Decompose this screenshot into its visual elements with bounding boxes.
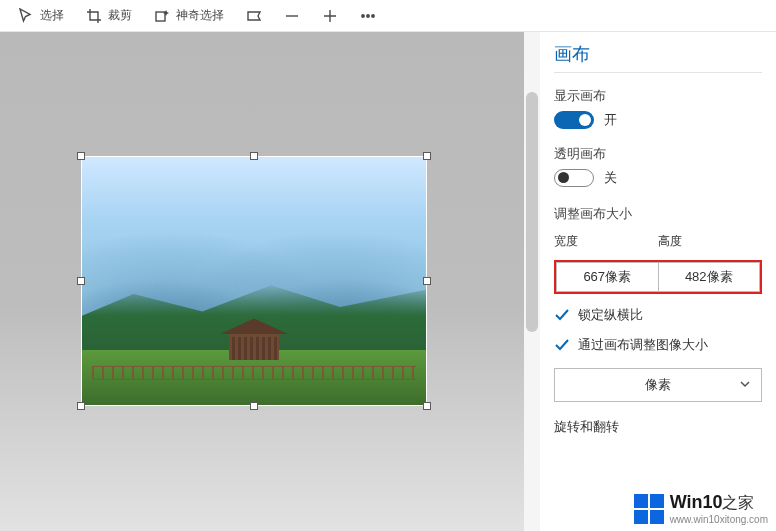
panel-title: 画布 [554,42,762,73]
minus-icon [284,8,300,24]
main-area: 画布 显示画布 开 透明画布 关 调整画布大小 宽度 高度 667像素 482像… [0,32,776,531]
canvas-scrollbar[interactable] [524,32,540,531]
resize-handle-top[interactable] [250,152,258,160]
select-label: 选择 [40,7,64,24]
watermark: Win10之家 www.win10xitong.com [634,492,768,525]
width-input[interactable]: 667像素 [556,262,659,292]
check-icon [554,307,570,323]
chevron-down-icon [739,378,751,393]
resize-handle-bottom[interactable] [250,402,258,410]
transparent-canvas-label: 透明画布 [554,145,762,163]
canvas-image [82,157,426,405]
resize-handle-right[interactable] [423,277,431,285]
show-canvas-toggle[interactable] [554,111,594,129]
svg-rect-0 [156,12,165,21]
canvas-panel: 画布 显示画布 开 透明画布 关 调整画布大小 宽度 高度 667像素 482像… [540,32,776,531]
unit-select[interactable]: 像素 [554,368,762,402]
toolbar: 选择 裁剪 神奇选择 [0,0,776,32]
magic-select-label: 神奇选择 [176,7,224,24]
select-tool[interactable]: 选择 [8,5,74,26]
show-canvas-state: 开 [604,111,617,129]
height-input[interactable]: 482像素 [659,262,761,292]
transparent-canvas-toggle[interactable] [554,169,594,187]
lock-aspect-label: 锁定纵横比 [578,306,643,324]
crop-icon [86,8,102,24]
lock-aspect-checkbox[interactable]: 锁定纵横比 [554,306,762,324]
rotate-flip-label: 旋转和翻转 [554,418,762,436]
show-canvas-label: 显示画布 [554,87,762,105]
scrollbar-thumb[interactable] [526,92,538,332]
resize-handle-bottom-right[interactable] [423,402,431,410]
watermark-brand-secondary: 之家 [722,494,754,511]
resize-image-with-canvas-checkbox[interactable]: 通过画布调整图像大小 [554,336,762,354]
check-icon [554,337,570,353]
magic-select-icon [154,8,170,24]
canvas-area[interactable] [0,32,524,531]
watermark-url: www.win10xitong.com [670,514,768,525]
plus-icon [322,8,338,24]
svg-point-1 [362,14,364,16]
more-tool[interactable] [350,6,386,26]
resize-handle-top-right[interactable] [423,152,431,160]
windows-logo-icon [634,494,664,524]
resize-handle-left[interactable] [77,277,85,285]
crop-label: 裁剪 [108,7,132,24]
unit-select-value: 像素 [645,376,671,394]
zoom-in-button[interactable] [312,6,348,26]
canvas-selection[interactable] [82,157,426,405]
size-input-highlight: 667像素 482像素 [554,260,762,294]
resize-canvas-label: 调整画布大小 [554,205,762,223]
ellipsis-icon [360,8,376,24]
width-label: 宽度 [554,233,658,250]
crop-tool[interactable]: 裁剪 [76,5,142,26]
flag-tool[interactable] [236,6,272,26]
height-label: 高度 [658,233,762,250]
resize-handle-top-left[interactable] [77,152,85,160]
svg-point-3 [372,14,374,16]
svg-point-2 [367,14,369,16]
magic-select-tool[interactable]: 神奇选择 [144,5,234,26]
cursor-icon [18,8,34,24]
resize-image-with-canvas-label: 通过画布调整图像大小 [578,336,708,354]
watermark-brand-primary: Win10 [670,492,723,512]
transparent-canvas-state: 关 [604,169,617,187]
zoom-out-button[interactable] [274,6,310,26]
resize-handle-bottom-left[interactable] [77,402,85,410]
flag-icon [246,8,262,24]
